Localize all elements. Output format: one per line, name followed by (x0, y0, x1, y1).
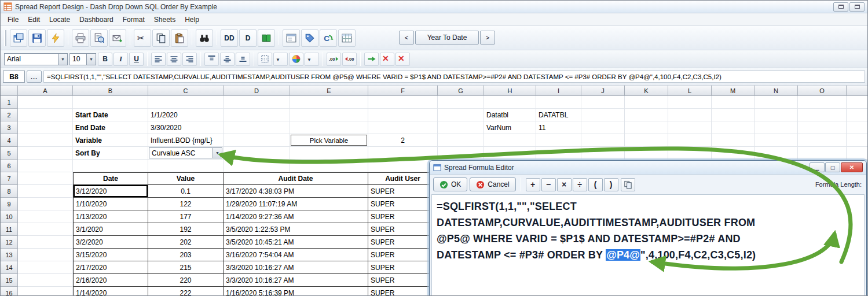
cell-N2[interactable] (755, 109, 798, 121)
column-header-K[interactable]: K (625, 86, 668, 96)
cell-D13[interactable]: 3/16/2020 7:54:04 AM (224, 249, 368, 261)
cell-C12[interactable]: 202 (148, 236, 224, 249)
cell-G4[interactable] (438, 134, 484, 147)
cell-F1[interactable] (368, 96, 438, 109)
row-header-13[interactable]: 13 (1, 249, 18, 261)
cell-E2[interactable] (290, 109, 368, 121)
dialog-maximize-button[interactable]: ▢ (825, 162, 840, 172)
cell-reference-box[interactable]: B8 (3, 71, 25, 83)
cell-F9[interactable]: SUPER (368, 198, 438, 210)
align-right-button[interactable] (182, 53, 197, 66)
dash-dropdown-button[interactable]: DD (221, 29, 238, 47)
cell-A13[interactable] (18, 249, 73, 261)
cell-G1[interactable] (438, 96, 484, 109)
cell-N3[interactable] (755, 121, 798, 134)
align-center-button[interactable] (167, 53, 181, 66)
cell-B3[interactable]: End Date (73, 121, 148, 134)
row-header-6[interactable]: 6 (1, 160, 18, 172)
cell-N1[interactable] (755, 96, 798, 109)
row-header-2[interactable]: 2 (1, 109, 18, 121)
row-header-7[interactable]: 7 (1, 172, 18, 185)
cell-D14[interactable]: 3/3/2020 10:16:27 AM (224, 261, 368, 274)
row-header-4[interactable]: 4 (1, 134, 18, 147)
cell-N4[interactable] (755, 134, 798, 147)
cell-L2[interactable] (668, 109, 712, 121)
dialog-minimize-button[interactable]: ▁ (810, 162, 825, 172)
column-header-J[interactable]: J (581, 86, 625, 96)
cell-G5[interactable] (438, 147, 484, 160)
menu-help[interactable]: Help (180, 14, 204, 25)
align-bottom-button[interactable] (236, 53, 250, 66)
cell-F12[interactable]: SUPER (368, 236, 438, 249)
tag-button[interactable] (301, 29, 318, 47)
operator-button-÷[interactable]: ÷ (573, 178, 587, 191)
formula-text[interactable]: =SQLFIRST(1,1,"","SELECT DATESTAMP,CURVA… (43, 71, 865, 83)
cell-J2[interactable] (581, 109, 625, 121)
find-button[interactable] (196, 29, 213, 47)
cell-H5[interactable] (484, 147, 536, 160)
cell-O1[interactable] (798, 96, 847, 109)
table-button[interactable] (338, 29, 356, 47)
cell-F10[interactable]: SUPER (368, 210, 438, 223)
dialog-title-bar[interactable]: Spread Formula Editor ▁ ▢ ✕ (430, 161, 866, 175)
cell-B9[interactable]: 1/10/2020 (73, 198, 148, 210)
cell-A6[interactable] (18, 160, 73, 172)
cell-G3[interactable] (438, 121, 484, 134)
cell-J1[interactable] (581, 96, 625, 109)
cell-C5[interactable]: Curvalue ASC▼ (148, 147, 224, 160)
cell-K2[interactable] (625, 109, 668, 121)
cell-C14[interactable]: 215 (148, 261, 224, 274)
cell-D5[interactable] (224, 147, 290, 160)
next-period-button[interactable]: > (480, 31, 495, 45)
cell-I5[interactable] (536, 147, 581, 160)
chevron-down-icon[interactable]: ▼ (58, 54, 67, 65)
align-middle-button[interactable] (220, 53, 235, 66)
column-header-C[interactable]: C (148, 86, 224, 96)
column-header-B[interactable]: B (73, 86, 148, 96)
row-header-16[interactable]: 16 (1, 287, 18, 296)
print-preview-button[interactable] (90, 29, 108, 47)
cell-O3[interactable] (798, 121, 847, 134)
cell-A12[interactable] (18, 236, 73, 249)
ok-button[interactable]: OK (433, 177, 467, 191)
cell-D1[interactable] (224, 96, 290, 109)
cell-F15[interactable]: SUPER (368, 274, 438, 287)
row-header-15[interactable]: 15 (1, 274, 18, 287)
fill-color-button[interactable] (289, 53, 303, 66)
cell-O2[interactable] (798, 109, 847, 121)
cell-C3[interactable]: 3/30/2020 (148, 121, 224, 134)
cell-B4[interactable]: Variable (73, 134, 148, 147)
cell-G2[interactable] (438, 109, 484, 121)
formula-expand-button[interactable]: ... (27, 71, 42, 83)
cell-B6[interactable] (73, 160, 148, 172)
selected-parameter[interactable]: @P4@ (606, 249, 640, 261)
row-header-1[interactable]: 1 (1, 96, 18, 109)
cell-M5[interactable] (712, 147, 755, 160)
cell-H4[interactable] (484, 134, 536, 147)
cell-F3[interactable] (368, 121, 438, 134)
row-header-3[interactable]: 3 (1, 121, 18, 134)
cell-H1[interactable] (484, 96, 536, 109)
row-header-5[interactable]: 5 (1, 147, 18, 160)
cell-O4[interactable] (798, 134, 847, 147)
cell-C2[interactable]: 1/1/2020 (148, 109, 224, 121)
cell-D8[interactable]: 3/17/2020 4:38:03 PM (224, 185, 368, 198)
cell-D6[interactable] (224, 160, 290, 172)
sort-by-dropdown[interactable]: Curvalue ASC▼ (149, 147, 222, 158)
cell-A3[interactable] (18, 121, 73, 134)
column-header-G[interactable]: G (438, 86, 484, 96)
restore-button[interactable] (833, 2, 848, 12)
cell-E4[interactable]: Pick Variable (290, 134, 368, 147)
cell-D10[interactable]: 1/14/2020 9:27:36 AM (224, 210, 368, 223)
cell-F16[interactable]: SUPER (368, 287, 438, 296)
cell-M1[interactable] (712, 96, 755, 109)
cell-D12[interactable]: 3/5/2020 10:45:21 AM (224, 236, 368, 249)
cell-D9[interactable]: 1/29/2020 11:07:19 AM (224, 198, 368, 210)
font-size-combo[interactable]: 10 ▼ (69, 53, 96, 65)
column-header-E[interactable]: E (290, 86, 368, 96)
column-header-L[interactable]: L (668, 86, 712, 96)
cell-A4[interactable] (18, 134, 73, 147)
cell-K3[interactable] (625, 121, 668, 134)
clear-button[interactable]: ✕ (380, 53, 394, 66)
maximize-button[interactable] (849, 2, 865, 12)
